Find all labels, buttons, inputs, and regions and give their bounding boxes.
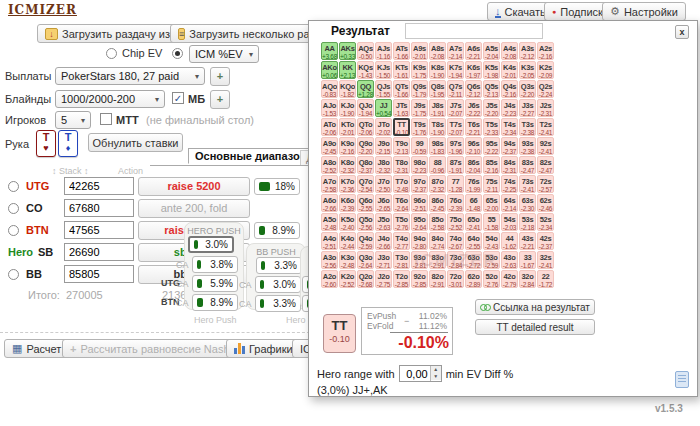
grid-cell-J6s[interactable]: J6s-2.22: [465, 99, 482, 117]
grid-cell-94o[interactable]: 94o-2.80: [411, 232, 428, 250]
grid-cell-AQo[interactable]: AQo-0.83: [321, 80, 338, 98]
grid-cell-AKs[interactable]: AKs+0.33: [339, 42, 356, 60]
grid-cell-62o[interactable]: 62o-2.89: [465, 270, 482, 288]
grid-cell-K3s[interactable]: K3s-2.05: [519, 61, 536, 79]
grid-cell-65o[interactable]: 65o-2.41: [465, 213, 482, 231]
sb-stack-input[interactable]: [64, 243, 134, 261]
min-ev-diff-input[interactable]: [400, 366, 430, 381]
grid-cell-75s[interactable]: 75s-2.11: [483, 175, 500, 193]
grid-cell-T9s[interactable]: T9s-1.76: [411, 118, 428, 136]
grid-cell-KQo[interactable]: KQo-1.82: [339, 80, 356, 98]
grid-cell-A8o[interactable]: A8o-2.52: [321, 156, 338, 174]
grid-cell-87s[interactable]: 87s-1.91: [447, 156, 464, 174]
detailed-result-button[interactable]: TT detailed result: [475, 319, 595, 335]
grid-cell-K2s[interactable]: K2s-2.09: [537, 61, 554, 79]
grid-cell-97s[interactable]: 97s-1.96: [447, 137, 464, 155]
call-range-box[interactable]: 3.3%: [255, 295, 301, 312]
grid-cell-88[interactable]: 88-0.96: [429, 156, 446, 174]
grid-cell-22[interactable]: 22-1.72: [537, 270, 554, 288]
grid-cell-86s[interactable]: 86s-2.04: [465, 156, 482, 174]
grid-cell-K8s[interactable]: K8s-1.90: [429, 61, 446, 79]
grid-cell-Q5o[interactable]: Q5o-2.56: [357, 213, 374, 231]
grid-cell-95o[interactable]: 95o-2.64: [411, 213, 428, 231]
grid-cell-K8o[interactable]: K8o-2.32: [339, 156, 356, 174]
grid-cell-82o[interactable]: 82o-2.91: [429, 270, 446, 288]
grid-cell-98s[interactable]: 98s-1.83: [429, 137, 446, 155]
grid-cell-75o[interactable]: 75o-2.52: [447, 213, 464, 231]
call-range-box[interactable]: 3.0%: [255, 276, 301, 293]
grid-cell-92s[interactable]: 92s-2.41: [537, 137, 554, 155]
grid-cell-KK[interactable]: KK+2.13: [339, 61, 356, 79]
grid-cell-K7o[interactable]: K7o-2.36: [339, 175, 356, 193]
grid-cell-T6o[interactable]: T6o-2.64: [393, 194, 410, 212]
grid-cell-K4s[interactable]: K4s-2.01: [501, 61, 518, 79]
hero-push-main[interactable]: 3.0%: [188, 236, 234, 253]
grid-cell-ATo[interactable]: ATo-2.06: [321, 118, 338, 136]
grid-cell-A6s[interactable]: A6s-2.21: [465, 42, 482, 60]
bb-stack-input[interactable]: [64, 265, 134, 283]
grid-cell-52o[interactable]: 52o-2.76: [483, 270, 500, 288]
players-select[interactable]: 5 ▾: [55, 111, 91, 129]
grid-cell-A5o[interactable]: A5o-2.48: [321, 213, 338, 231]
grid-cell-96o[interactable]: 96o-2.51: [411, 194, 428, 212]
grid-cell-97o[interactable]: 97o-2.37: [411, 175, 428, 193]
empty-tab[interactable]: [405, 23, 543, 39]
grid-cell-J8s[interactable]: J8s-1.91: [429, 99, 446, 117]
btn-stack-input[interactable]: [64, 221, 134, 239]
grid-cell-J2o[interactable]: J2o-2.75: [375, 270, 392, 288]
grid-cell-T2s[interactable]: T2s-2.41: [537, 118, 554, 136]
grid-cell-T2o[interactable]: T2o-2.85: [393, 270, 410, 288]
grid-cell-T3s[interactable]: T3s-2.38: [519, 118, 536, 136]
utg-stack-input[interactable]: [64, 177, 134, 195]
grid-cell-AJs[interactable]: AJs-1.16: [375, 42, 392, 60]
grid-cell-QTs[interactable]: QTs-1.66: [393, 80, 410, 98]
close-icon[interactable]: x: [675, 25, 689, 39]
grid-cell-93s[interactable]: 93s-2.38: [519, 137, 536, 155]
grid-cell-JTs[interactable]: JTs-1.63: [393, 99, 410, 117]
grid-cell-76o[interactable]: 76o-2.39: [447, 194, 464, 212]
btn-radio[interactable]: [8, 225, 19, 236]
grid-cell-66[interactable]: 66-1.48: [465, 194, 482, 212]
grid-cell-J2s[interactable]: J2s-2.31: [537, 99, 554, 117]
hand-card-1[interactable]: T ♥: [36, 130, 56, 157]
grid-cell-A4s[interactable]: A4s-2.08: [501, 42, 518, 60]
grid-cell-63s[interactable]: 63s-2.30: [519, 194, 536, 212]
grid-cell-98o[interactable]: 98o-2.23: [411, 156, 428, 174]
calculate-button[interactable]: ▦ Расчет: [4, 339, 69, 358]
grid-cell-T9o[interactable]: T9o-2.13: [393, 137, 410, 155]
grid-cell-Q4o[interactable]: Q4o-2.59: [357, 232, 374, 250]
grid-cell-T8s[interactable]: T8s-1.90: [429, 118, 446, 136]
grid-cell-84o[interactable]: 84o-2.74: [429, 232, 446, 250]
spin-up-icon[interactable]: ▲: [431, 366, 441, 373]
grid-cell-K5o[interactable]: K5o-2.40: [339, 213, 356, 231]
tab-result[interactable]: Результат: [331, 24, 390, 38]
grid-cell-A9s[interactable]: A9s-2.01: [411, 42, 428, 60]
grid-cell-86o[interactable]: 86o-2.45: [429, 194, 446, 212]
grid-cell-54s[interactable]: 54s-2.03: [501, 213, 518, 231]
grid-cell-K6s[interactable]: K6s-1.97: [465, 61, 482, 79]
grid-cell-62s[interactable]: 62s-2.46: [537, 194, 554, 212]
grid-cell-KJs[interactable]: KJs-1.50: [375, 61, 392, 79]
mtt-checkbox[interactable]: [100, 113, 112, 125]
hand-card-2[interactable]: T ♦: [58, 130, 78, 157]
grid-cell-Q8o[interactable]: Q8o-2.37: [357, 156, 374, 174]
grid-cell-72o[interactable]: 72o-3.01: [447, 270, 464, 288]
load-multiple-button[interactable]: ≡ Загрузить несколько раздач или тур: [170, 24, 322, 43]
grid-cell-64s[interactable]: 64s-2.14: [501, 194, 518, 212]
grid-cell-QJo[interactable]: QJo-1.94: [357, 99, 374, 117]
grid-cell-Q9s[interactable]: Q9s-1.79: [411, 80, 428, 98]
icm-ev-radio[interactable]: [172, 48, 183, 59]
call-range-box[interactable]: 5.9%: [192, 275, 238, 292]
grid-cell-J5s[interactable]: J5s-2.20: [483, 99, 500, 117]
grid-cell-QQ[interactable]: QQ+1.28: [357, 80, 374, 98]
grid-cell-QJs[interactable]: QJs-1.55: [375, 80, 392, 98]
grid-cell-85s[interactable]: 85s-2.16: [483, 156, 500, 174]
charts-button[interactable]: Графики: [226, 339, 301, 358]
grid-cell-94s[interactable]: 94s-2.37: [501, 137, 518, 155]
grid-cell-32s[interactable]: 32s-2.41: [537, 251, 554, 269]
grid-cell-A6o[interactable]: A6o-2.66: [321, 194, 338, 212]
payouts-select[interactable]: PokerStars 180, 27 paid ▾: [55, 67, 205, 85]
utg-action-button[interactable]: raise 5200: [138, 177, 250, 196]
settings-button[interactable]: ⚙ Настройки: [602, 2, 686, 21]
grid-cell-65s[interactable]: 65s-2.00: [483, 194, 500, 212]
